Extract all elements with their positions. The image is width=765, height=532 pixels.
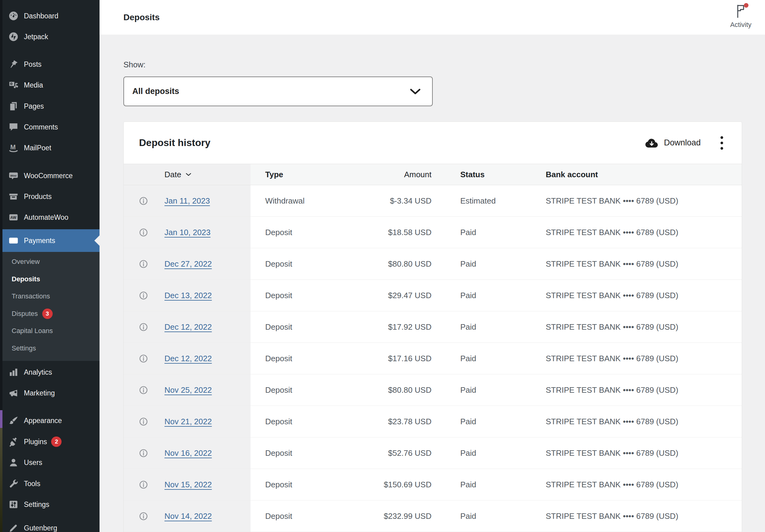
deposit-bank-account: STRIPE TEST BANK •••• 6789 (USD) — [539, 248, 742, 279]
deposit-bank-account: STRIPE TEST BANK •••• 6789 (USD) — [539, 311, 742, 342]
sidebar-item-gutenberg[interactable]: Gutenberg — [2, 518, 100, 532]
deposit-amount: $23.78 USD — [377, 406, 439, 437]
desktop-edge-photo — [0, 428, 2, 532]
submenu-item-settings[interactable]: Settings — [12, 341, 36, 355]
row-date-cell: Dec 12, 2022 — [157, 311, 251, 342]
sidebar-item-comments[interactable]: Comments — [2, 117, 100, 138]
sidebar-item-label: Comments — [24, 123, 58, 131]
row-date-cell: Nov 15, 2022 — [157, 469, 251, 500]
deposit-status: Paid — [439, 406, 539, 437]
info-icon[interactable] — [139, 385, 148, 395]
submenu-item-deposits[interactable]: Deposits — [12, 272, 40, 286]
deposit-date-link[interactable]: Jan 10, 2023 — [165, 228, 210, 237]
deposit-date-link[interactable]: Nov 21, 2022 — [165, 417, 212, 426]
table-row: Jan 11, 2023 Withdrawal $-3.34 USD Estim… — [124, 185, 742, 217]
deposit-amount: $29.47 USD — [377, 280, 439, 311]
sidebar-item-label: Media — [24, 81, 43, 89]
sidebar-item-posts[interactable]: Posts — [2, 54, 100, 75]
row-date-cell: Nov 25, 2022 — [157, 374, 251, 406]
submenu-item-disputes[interactable]: Disputes 3 — [12, 307, 53, 321]
sidebar-item-automatewoo[interactable]: AW AutomateWoo — [2, 207, 100, 228]
sidebar-item-products[interactable]: Products — [2, 186, 100, 207]
sidebar-item-plugins[interactable]: Plugins 2 — [2, 431, 100, 452]
row-info-cell — [124, 406, 157, 437]
sidebar-item-mailpoet[interactable]: M MailPoet — [2, 138, 100, 158]
deposit-status: Estimated — [439, 185, 539, 217]
sidebar-item-pages[interactable]: Pages — [2, 96, 100, 117]
kebab-menu-icon[interactable] — [718, 122, 726, 164]
table-row: Dec 27, 2022 Deposit $80.80 USD Paid STR… — [124, 248, 742, 280]
download-button[interactable]: Download — [645, 122, 701, 164]
sidebar-item-tools[interactable]: Tools — [2, 473, 100, 494]
deposit-date-link[interactable]: Dec 27, 2022 — [165, 259, 212, 269]
row-date-cell: Dec 12, 2022 — [157, 343, 251, 374]
admin-sidebar: Dashboard Jetpack Posts Media Pages — [2, 0, 100, 532]
deposit-date-link[interactable]: Nov 16, 2022 — [165, 448, 212, 458]
deposit-type: Deposit — [251, 406, 377, 437]
submenu-item-overview[interactable]: Overview — [12, 255, 40, 269]
megaphone-icon — [7, 387, 20, 399]
sidebar-item-jetpack[interactable]: Jetpack — [2, 26, 100, 47]
table-row: Jan 10, 2023 Deposit $18.58 USD Paid STR… — [124, 217, 742, 248]
deposit-amount: $17.16 USD — [377, 343, 439, 374]
row-date-cell: Jan 10, 2023 — [157, 217, 251, 248]
deposit-status: Paid — [439, 280, 539, 311]
sidebar-item-payments[interactable]: $ Payments — [2, 229, 100, 252]
table-row: Nov 14, 2022 Deposit $232.99 USD Paid ST… — [124, 500, 742, 532]
deposit-type: Deposit — [251, 311, 377, 342]
deposit-date-link[interactable]: Nov 25, 2022 — [165, 385, 212, 395]
deposit-amount: $80.80 USD — [377, 374, 439, 406]
sidebar-item-appearance[interactable]: Appearance — [2, 410, 100, 431]
card-header: Deposit history Download — [124, 122, 742, 164]
info-icon[interactable] — [139, 259, 148, 269]
deposit-type: Withdrawal — [251, 185, 377, 217]
svg-text:Woo: Woo — [10, 174, 17, 177]
deposits-filter-select[interactable]: All deposits — [123, 77, 433, 106]
info-icon[interactable] — [139, 322, 148, 332]
sidebar-item-woocommerce[interactable]: Woo WooCommerce — [2, 165, 100, 186]
activity-button[interactable]: Activity — [724, 3, 758, 29]
submenu-item-capital-loans[interactable]: Capital Loans — [12, 324, 53, 338]
sidebar-item-label: Payments — [24, 237, 55, 245]
sidebar-item-users[interactable]: Users — [2, 452, 100, 473]
sidebar-item-label: Posts — [24, 60, 42, 69]
info-icon[interactable] — [139, 480, 148, 489]
info-icon[interactable] — [139, 417, 148, 426]
info-icon[interactable] — [139, 291, 148, 300]
deposit-date-link[interactable]: Dec 12, 2022 — [165, 354, 212, 363]
deposit-bank-account: STRIPE TEST BANK •••• 6789 (USD) — [539, 185, 742, 217]
deposit-date-link[interactable]: Nov 14, 2022 — [165, 511, 212, 521]
table-row: Nov 15, 2022 Deposit $150.69 USD Paid ST… — [124, 469, 742, 500]
automatewoo-icon: AW — [7, 211, 20, 224]
pushpin-icon — [7, 58, 20, 70]
deposit-type: Deposit — [251, 217, 377, 248]
sidebar-item-settings[interactable]: Settings — [2, 494, 100, 515]
sidebar-item-dashboard[interactable]: Dashboard — [2, 6, 100, 26]
header-cell-amount[interactable]: Amount — [377, 164, 439, 185]
show-filter-label: Show: — [123, 60, 146, 70]
info-icon[interactable] — [139, 196, 148, 206]
table-body: Jan 11, 2023 Withdrawal $-3.34 USD Estim… — [124, 185, 742, 532]
row-info-cell — [124, 437, 157, 469]
info-icon[interactable] — [139, 448, 148, 458]
table-row: Dec 12, 2022 Deposit $17.16 USD Paid STR… — [124, 343, 742, 374]
cloud-download-icon — [645, 138, 658, 148]
deposit-date-link[interactable]: Jan 11, 2023 — [165, 196, 210, 206]
deposit-bank-account: STRIPE TEST BANK •••• 6789 (USD) — [539, 469, 742, 500]
download-label: Download — [664, 138, 701, 148]
row-info-cell — [124, 311, 157, 342]
sidebar-item-marketing[interactable]: Marketing — [2, 383, 100, 403]
info-icon[interactable] — [139, 354, 148, 363]
sidebar-item-analytics[interactable]: Analytics — [2, 362, 100, 383]
deposit-date-link[interactable]: Nov 15, 2022 — [165, 480, 212, 489]
header-cell-date[interactable]: Date — [157, 164, 251, 185]
submenu-item-transactions[interactable]: Transactions — [12, 289, 50, 303]
sidebar-item-label: MailPoet — [24, 144, 51, 152]
sidebar-item-media[interactable]: Media — [2, 75, 100, 96]
info-icon[interactable] — [139, 228, 148, 237]
deposit-history-card: Deposit history Download Date — [123, 122, 742, 532]
deposit-date-link[interactable]: Dec 12, 2022 — [165, 322, 212, 332]
deposit-date-link[interactable]: Dec 13, 2022 — [165, 291, 212, 300]
deposit-type: Deposit — [251, 280, 377, 311]
info-icon[interactable] — [139, 511, 148, 521]
